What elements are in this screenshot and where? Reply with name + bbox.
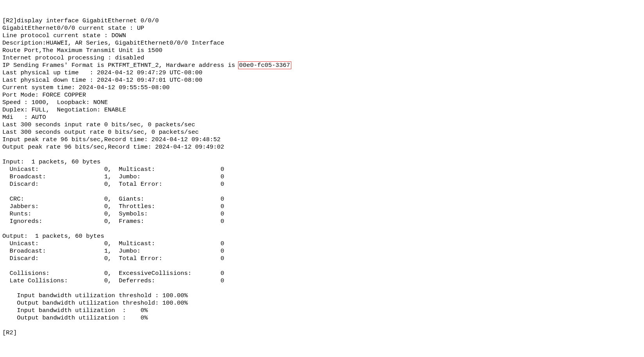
line-iface-state: GigabitEthernet0/0/0 current state : UP xyxy=(2,25,144,32)
line-ip-processing: Internet protocol processing : disabled xyxy=(2,54,144,61)
line-description: Description:HUAWEI, AR Series, GigabitEt… xyxy=(2,39,224,47)
prompt[interactable]: [R2] xyxy=(2,329,17,336)
input-broadcast: Broadcast: 1, Jumbo: 0 xyxy=(2,173,224,180)
bw-out-util: Output bandwidth utilization : 0% xyxy=(2,314,148,321)
line-last-up: Last physical up time : 2024-04-12 09:47… xyxy=(2,69,203,76)
output-discard: Discard: 0, Total Error: 0 xyxy=(2,255,224,262)
input-discard: Discard: 0, Total Error: 0 xyxy=(2,181,224,188)
input-jabbers: Jabbers: 0, Throttles: 0 xyxy=(2,203,224,210)
output-late-collisions: Late Collisions: 0, Deferreds: 0 xyxy=(2,277,224,284)
line-system-time: Current system time: 2024-04-12 09:55:55… xyxy=(2,84,170,91)
line-last-down: Last physical down time : 2024-04-12 09:… xyxy=(2,77,203,84)
input-runts: Runts: 0, Symbols: 0 xyxy=(2,210,224,217)
line-frame-format: IP Sending Frames' Format is PKTFMT_ETHN… xyxy=(2,62,239,69)
bw-in-util: Input bandwidth utilization : 0% xyxy=(2,307,148,314)
bw-out-threshold: Output bandwidth utilization threshold: … xyxy=(2,300,188,307)
output-collisions: Collisions: 0, ExcessiveCollisions: 0 xyxy=(2,270,224,277)
line-port-mode: Port Mode: FORCE COPPER xyxy=(2,91,86,99)
line-duplex: Duplex: FULL, Negotiation: ENABLE xyxy=(2,106,126,113)
line-mtu: Route Port,The Maximum Transmit Unit is … xyxy=(2,47,162,54)
line-output-peak: Output peak rate 96 bits/sec,Record time… xyxy=(2,144,224,151)
line-input-peak: Input peak rate 96 bits/sec,Record time:… xyxy=(2,136,221,143)
line-input-rate: Last 300 seconds input rate 0 bits/sec, … xyxy=(2,121,195,128)
line-protocol-state: Line protocol current state : DOWN xyxy=(2,32,126,39)
output-header: Output: 1 packets, 60 bytes xyxy=(2,233,104,240)
command: display interface GigabitEthernet 0/0/0 xyxy=(17,17,159,24)
line-output-rate: Last 300 seconds output rate 0 bits/sec,… xyxy=(2,129,199,136)
input-header: Input: 1 packets, 60 bytes xyxy=(2,158,100,165)
bw-in-threshold: Input bandwidth utilization threshold : … xyxy=(2,292,188,299)
input-unicast: Unicast: 0, Multicast: 0 xyxy=(2,166,224,173)
input-crc: CRC: 0, Giants: 0 xyxy=(2,196,224,203)
line-speed: Speed : 1000, Loopback: NONE xyxy=(2,99,108,106)
input-ignoreds: Ignoreds: 0, Frames: 0 xyxy=(2,218,224,225)
output-unicast: Unicast: 0, Multicast: 0 xyxy=(2,240,224,247)
prompt: [R2] xyxy=(2,17,17,24)
hardware-address: 00e0-fc05-3367 xyxy=(238,61,291,69)
line-mdi: Mdi : AUTO xyxy=(2,114,46,121)
output-broadcast: Broadcast: 1, Jumbo: 0 xyxy=(2,248,224,255)
terminal-output: [R2]display interface GigabitEthernet 0/… xyxy=(2,17,291,336)
